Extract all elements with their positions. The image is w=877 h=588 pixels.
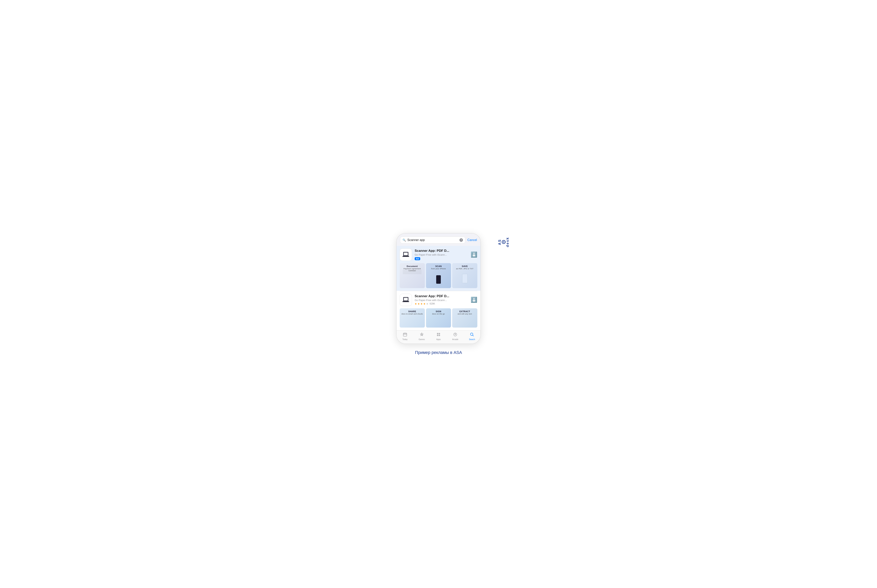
search-bar-area: 🔍 Scanner app ✕ Cancel [397,234,480,246]
organic-scanner-icon [402,296,410,303]
brand-circle-icon [502,240,506,244]
ad-screenshot-doc [400,269,425,288]
bottom-nav: Today Games Apps [397,330,480,344]
star-5-half: ★ [426,302,429,305]
nav-games-icon [420,332,424,338]
ad-app-info: Scanner App: PDF D... Go Paper-Free with… [415,249,468,260]
svg-rect-9 [403,334,407,334]
nav-item-today[interactable]: Today [399,332,411,340]
ad-app-row: Scanner App: PDF D... Go Paper-Free with… [400,249,477,261]
svg-rect-3 [403,256,409,256]
scanner-icon [402,251,410,258]
nav-item-arcade[interactable]: Arcade [450,332,461,340]
nav-games-label: Games [419,338,425,340]
nav-arcade-label: Arcade [452,338,458,340]
star-2: ★ [418,302,420,305]
organic-screenshot-1[interactable]: SHAREdocs to email and clouds [400,308,425,328]
organic-app-subtitle: Go Paper-Free with iScann... [415,299,468,302]
organic-screenshot-label-2: SIGNdocs on the go [426,310,451,315]
organic-app-row: Scanner App: PDF D... Go Paper-Free with… [400,294,477,306]
svg-rect-5 [404,297,408,300]
organic-screenshot-label-1: SHAREdocs to email and clouds [400,310,425,315]
star-1: ★ [415,302,417,305]
ad-download-button[interactable]: ⬇️ [471,251,477,258]
svg-rect-15 [439,334,440,336]
svg-rect-13 [439,333,440,334]
organic-screenshot-label-3: EXTRACTand edit any text [452,310,477,315]
page-caption: Пример рекламы в ASA [415,350,462,355]
nav-arcade-icon [453,332,457,338]
brand-logo: AS desk [498,237,510,247]
brand-text-desk: desk [506,237,510,247]
nav-today-label: Today [402,338,408,340]
organic-download-cloud-icon: ⬇️ [471,297,477,303]
svg-rect-12 [437,333,438,334]
svg-rect-11 [406,333,406,333]
svg-point-17 [455,334,456,335]
ad-screenshot-2[interactable]: SCANfrom your iPhone [426,263,451,288]
svg-rect-14 [437,334,438,336]
ad-badge: Ad [415,257,420,260]
star-rating: ★ ★ ★ ★ ★ 629K [415,302,468,305]
organic-screenshot-3[interactable]: EXTRACTand edit any text [452,308,477,328]
nav-search-icon [470,332,474,338]
page-wrapper: AS desk 🔍 Scanner app ✕ Cancel [373,233,504,355]
nav-apps-label: Apps [436,338,441,340]
nav-item-search[interactable]: Search [466,332,478,340]
nav-item-games[interactable]: Games [416,332,427,340]
star-3: ★ [420,302,423,305]
download-cloud-icon: ⬇️ [471,251,477,258]
svg-rect-1 [404,252,408,255]
ad-screenshot-1[interactable]: DocumentPayment Agreement Contract [400,263,425,288]
ad-card: Scanner App: PDF D... Go Paper-Free with… [397,246,480,291]
organic-app-info: Scanner App: PDF D... Go Paper-Free with… [415,294,468,305]
ad-screenshots-row: DocumentPayment Agreement Contract SCANf… [400,263,477,291]
search-input-wrapper[interactable]: 🔍 Scanner app ✕ [400,237,465,243]
ad-screenshot-label-3: SAVEas PDF, JPG or TXT [452,265,477,270]
brand-text-as: AS [498,239,502,245]
svg-rect-10 [404,333,405,333]
organic-screenshot-2[interactable]: SIGNdocs on the go [426,308,451,328]
ad-app-subtitle: Go Paper-Free with iScann... [415,254,468,256]
ad-app-icon[interactable] [400,249,412,261]
ad-screenshot-phone-2 [462,274,468,283]
cancel-button[interactable]: Cancel [467,238,477,242]
organic-card: Scanner App: PDF D... Go Paper-Free with… [397,291,480,330]
nav-item-apps[interactable]: Apps [433,332,444,340]
search-clear-button[interactable]: ✕ [459,238,463,242]
svg-rect-8 [403,333,407,336]
organic-screenshots-row: SHAREdocs to email and clouds SIGNdocs o… [400,308,477,330]
search-query-text: Scanner app [407,238,458,242]
search-icon: 🔍 [403,238,406,242]
review-count: 629K [430,302,435,305]
ad-screenshot-phone [436,273,441,284]
organic-app-icon[interactable] [400,294,412,306]
ad-screenshot-label-2: SCANfrom your iPhone [426,265,451,270]
organic-app-title: Scanner App: PDF D... [415,294,468,298]
phone-mockup: 🔍 Scanner app ✕ Cancel Sc [396,233,481,344]
nav-search-label: Search [469,338,475,340]
ad-screenshot-3[interactable]: SAVEas PDF, JPG or TXT [452,263,477,288]
star-4: ★ [423,302,426,305]
nav-apps-icon [436,332,441,338]
organic-download-button[interactable]: ⬇️ [471,296,477,303]
nav-today-icon [403,332,407,338]
ad-app-title: Scanner App: PDF D... [415,249,468,253]
